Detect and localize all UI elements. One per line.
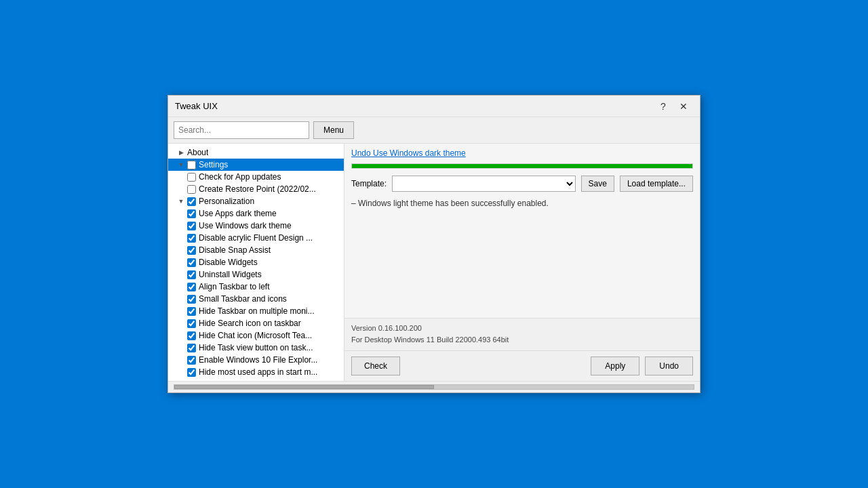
sidebar-item-hide-mostused[interactable]: Hide most used apps in start m... xyxy=(168,366,344,378)
sidebar-label-align-taskbar: Align Taskbar to left xyxy=(199,282,270,291)
sidebar-label-hide-taskview: Hide Task view button on task... xyxy=(199,343,313,352)
main-content: ▶ About ▼ Settings Check for App updates… xyxy=(168,144,700,381)
sidebar-item-disable-widgets[interactable]: Disable Widgets xyxy=(168,256,344,268)
sidebar-label-uninstall-widgets: Uninstall Widgets xyxy=(199,270,262,279)
sidebar-label-settings: Settings xyxy=(199,160,228,169)
sidebar-label-disable-acrylic: Disable acrylic Fluent Design ... xyxy=(199,233,313,243)
sidebar-item-apps-dark[interactable]: Use Apps dark theme xyxy=(168,207,344,220)
sidebar-item-windows-dark[interactable]: Use Windows dark theme xyxy=(168,220,344,232)
sidebar-label-small-taskbar: Small Taskbar and icons xyxy=(199,294,287,304)
scrollbar-area xyxy=(168,381,700,392)
checkbox-disable-snap[interactable] xyxy=(187,246,196,255)
checkbox-disable-widgets[interactable] xyxy=(187,258,196,267)
sidebar-item-hide-chat[interactable]: Hide Chat icon (Microsoft Tea... xyxy=(168,329,344,342)
toolbar: Menu xyxy=(168,117,700,144)
sidebar-label-windows-dark: Use Windows dark theme xyxy=(199,221,292,230)
checkbox-enable-explorer[interactable] xyxy=(187,356,196,365)
title-bar: Tweak UIX ? ✕ xyxy=(168,96,700,117)
scrollbar-thumb[interactable] xyxy=(174,385,434,389)
sidebar-label-apps-dark: Use Apps dark theme xyxy=(199,209,277,218)
title-bar-controls: ? ✕ xyxy=(654,98,693,115)
checkbox-hide-chat[interactable] xyxy=(187,331,196,340)
sidebar-label-hide-mostused: Hide most used apps in start m... xyxy=(199,367,317,377)
save-template-button[interactable]: Save xyxy=(581,176,614,192)
sidebar-label-disable-widgets: Disable Widgets xyxy=(199,258,258,267)
version-text: Version 0.16.100.200 xyxy=(351,323,693,335)
help-button[interactable]: ? xyxy=(654,98,673,115)
load-template-button[interactable]: Load template... xyxy=(620,176,693,192)
sidebar-label-about: About xyxy=(187,148,208,157)
sidebar-label-hide-chat: Hide Chat icon (Microsoft Tea... xyxy=(199,331,312,340)
sidebar-item-disable-acrylic[interactable]: Disable acrylic Fluent Design ... xyxy=(168,232,344,244)
sidebar-label-check-updates: Check for App updates xyxy=(199,172,281,182)
sidebar-item-check-updates[interactable]: Check for App updates xyxy=(168,171,344,183)
checkbox-align-taskbar[interactable] xyxy=(187,283,196,291)
expand-icon-settings: ▼ xyxy=(176,160,186,169)
checkbox-hide-taskbar-multi[interactable] xyxy=(187,307,196,316)
undo-button[interactable]: Undo xyxy=(645,357,693,375)
bottom-buttons: Check Apply Undo xyxy=(344,350,700,381)
checkbox-check-updates[interactable] xyxy=(187,173,196,182)
sidebar-item-enable-explorer[interactable]: Enable Windows 10 File Explor... xyxy=(168,354,344,366)
checkbox-personalization[interactable] xyxy=(187,197,196,206)
sidebar-item-about[interactable]: ▶ About xyxy=(168,146,344,159)
sidebar-item-align-taskbar[interactable]: Align Taskbar to left xyxy=(168,281,344,293)
build-info: For Desktop Windows 11 Build 22000.493 6… xyxy=(351,334,693,346)
checkbox-apps-dark[interactable] xyxy=(187,209,196,218)
template-row: Template: Save Load template... xyxy=(344,171,700,196)
window-title: Tweak UIX xyxy=(175,101,654,111)
sidebar-label-hide-taskbar-multi: Hide Taskbar on multiple moni... xyxy=(199,306,315,316)
template-select[interactable] xyxy=(392,176,576,192)
sidebar-item-personalization[interactable]: ▼ Personalization xyxy=(168,195,344,207)
checkbox-hide-taskview[interactable] xyxy=(187,344,196,352)
expand-icon-about: ▶ xyxy=(176,148,186,157)
sidebar-label-personalization: Personalization xyxy=(199,197,254,206)
sidebar-item-hide-search[interactable]: Hide Search icon on taskbar xyxy=(168,317,344,329)
right-action-buttons: Apply Undo xyxy=(591,357,693,375)
sidebar-item-hide-taskview[interactable]: Hide Task view button on task... xyxy=(168,342,344,354)
sidebar-label-disable-snap: Disable Snap Assist xyxy=(199,245,271,255)
checkbox-restore-point[interactable] xyxy=(187,185,196,194)
panel-spacer xyxy=(344,214,700,318)
horizontal-scrollbar[interactable] xyxy=(174,384,694,390)
checkbox-hide-mostused[interactable] xyxy=(187,368,196,377)
sidebar-item-restore-point[interactable]: Create Restore Point (2022/02... xyxy=(168,183,344,195)
close-button[interactable]: ✕ xyxy=(674,98,693,115)
sidebar-item-hide-taskbar-multi[interactable]: Hide Taskbar on multiple moni... xyxy=(168,305,344,317)
sidebar-item-uninstall-widgets[interactable]: Uninstall Widgets xyxy=(168,268,344,281)
menu-button[interactable]: Menu xyxy=(313,121,354,139)
main-window: Tweak UIX ? ✕ Menu ▶ About ▼ Settings xyxy=(167,95,701,393)
checkbox-small-taskbar[interactable] xyxy=(187,295,196,304)
checkbox-hide-search[interactable] xyxy=(187,319,196,328)
sidebar-label-hide-search: Hide Search icon on taskbar xyxy=(199,319,301,328)
expand-icon-personalization: ▼ xyxy=(176,197,186,206)
checkbox-disable-acrylic[interactable] xyxy=(187,234,196,243)
sidebar-item-settings[interactable]: ▼ Settings xyxy=(168,159,344,171)
checkbox-windows-dark[interactable] xyxy=(187,222,196,230)
status-text: – Windows light theme has been successfu… xyxy=(344,196,700,214)
sidebar-item-small-taskbar[interactable]: Small Taskbar and icons xyxy=(168,293,344,305)
template-label: Template: xyxy=(351,179,387,188)
search-input[interactable] xyxy=(174,121,309,139)
panel-header: Undo Use Windows dark theme xyxy=(344,144,700,161)
panel-title[interactable]: Undo Use Windows dark theme xyxy=(351,148,466,158)
sidebar-label-enable-explorer: Enable Windows 10 File Explor... xyxy=(199,355,317,365)
apply-button[interactable]: Apply xyxy=(591,357,639,375)
sidebar-label-restore-point: Create Restore Point (2022/02... xyxy=(199,184,316,194)
check-button[interactable]: Check xyxy=(351,357,400,375)
sidebar: ▶ About ▼ Settings Check for App updates… xyxy=(168,144,344,381)
checkbox-uninstall-widgets[interactable] xyxy=(187,270,196,279)
checkbox-settings[interactable] xyxy=(187,161,196,169)
sidebar-item-disable-snap[interactable]: Disable Snap Assist xyxy=(168,244,344,256)
progress-bar-fill xyxy=(352,164,692,168)
version-area: Version 0.16.100.200 For Desktop Windows… xyxy=(344,318,700,350)
progress-bar-container xyxy=(351,163,693,169)
right-panel: Undo Use Windows dark theme Template: Sa… xyxy=(344,144,700,381)
